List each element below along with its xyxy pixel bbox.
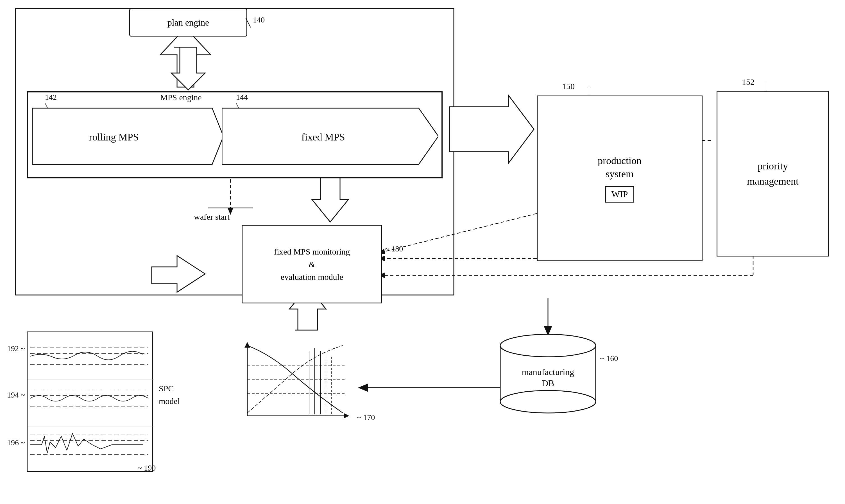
svg-point-26 [500, 391, 596, 413]
diagram: plan engine 140 ╲ MPS engine 142╲ 144╲ r… [0, 0, 845, 504]
wafer-start-label: wafer start [194, 212, 230, 222]
manufacturing-db-container: manufacturing DB [500, 331, 596, 417]
plan-engine-box: plan engine [129, 8, 247, 37]
rolling-mps-shape: rolling MPS [32, 105, 223, 167]
svg-marker-8 [312, 174, 348, 222]
production-system-box: productionsystem WIP [537, 95, 703, 261]
svg-marker-4 [160, 28, 211, 87]
priority-management-box: prioritymanagement [717, 91, 829, 256]
ref-190: ~ 190 [138, 464, 156, 472]
chart-170 [236, 337, 354, 427]
ref-152: 152 [742, 77, 755, 87]
mps-engine-label: MPS engine [160, 93, 202, 102]
svg-marker-5 [172, 47, 205, 90]
fixed-mps-container: fixed MPS [222, 105, 438, 167]
fixed-mps-shape: fixed MPS [222, 105, 438, 167]
svg-marker-16 [152, 256, 205, 292]
svg-text:fixed MPS: fixed MPS [301, 131, 345, 143]
svg-text:DB: DB [542, 378, 554, 388]
plan-engine-label: plan engine [167, 17, 209, 28]
rolling-mps-container: rolling MPS [32, 105, 223, 167]
priority-management-label: prioritymanagement [747, 159, 798, 189]
ref-152-line [766, 82, 766, 91]
ref-196: 196 ~ [7, 438, 25, 447]
spc-model-box [27, 331, 153, 472]
svg-text:rolling MPS: rolling MPS [89, 131, 139, 143]
svg-text:manufacturing: manufacturing [522, 367, 574, 377]
ref-160: ~ 160 [600, 354, 618, 363]
ref-140: 140 [253, 15, 265, 24]
ref-140-tick: ╲ [246, 18, 251, 28]
svg-point-25 [500, 334, 596, 357]
ref-150: 150 [562, 82, 575, 91]
ref-192: 192 ~ [7, 344, 25, 353]
production-system-label: productionsystem [598, 154, 642, 181]
chart-170-container [236, 337, 354, 428]
ref-180: ~ 180 [385, 245, 403, 253]
ref-170: ~ 170 [357, 413, 375, 422]
spc-chart [28, 332, 154, 473]
spc-model-label: SPCmodel [159, 382, 180, 407]
ref-194: 194 ~ [7, 391, 25, 399]
wip-label: WIP [611, 189, 628, 199]
svg-marker-6 [450, 95, 534, 163]
fixed-mps-monitoring-box: fixed MPS monitoring&evaluation module [242, 225, 382, 303]
manufacturing-db-shape: manufacturing DB [500, 331, 596, 416]
ref-150-line [589, 86, 589, 96]
fixed-mps-monitoring-label: fixed MPS monitoring&evaluation module [274, 245, 350, 283]
wip-box: WIP [605, 186, 634, 202]
